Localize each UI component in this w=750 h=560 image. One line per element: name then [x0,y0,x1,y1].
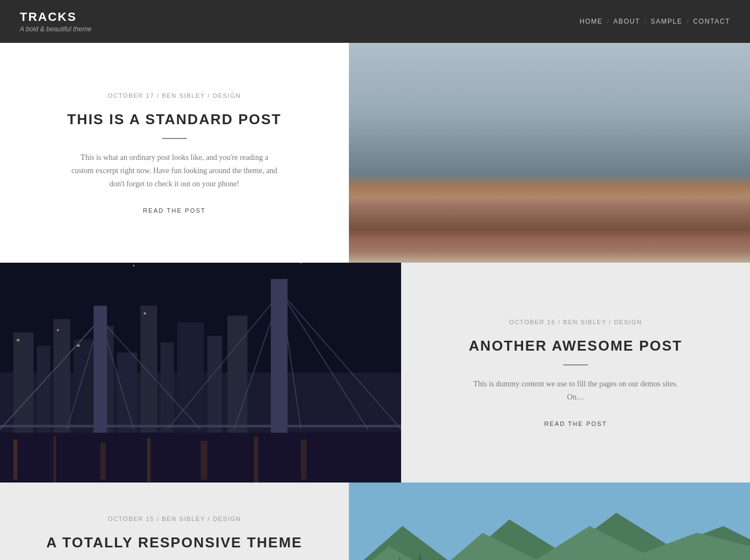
svg-rect-52 [144,313,146,315]
site-header: TRACKS A bold & beautiful theme HOME / A… [0,0,750,43]
post-card-1: OCTOBER 17 / BEN SIBLEY / DESIGN THIS IS… [0,43,750,263]
nav-home[interactable]: HOME [580,18,603,25]
svg-rect-5 [429,43,442,153]
post-card-2: OCTOBER 16 / BEN SIBLEY / DESIGN ANOTHER… [0,263,750,483]
post-image-logs [349,43,750,263]
svg-rect-3 [365,43,382,153]
svg-rect-29 [349,253,750,263]
site-tagline: A bold & beautiful theme [20,25,91,33]
nav-sep-1: / [607,18,609,26]
meta-sep-1a: / [157,92,162,99]
site-nav: HOME / ABOUT / SAMPLE / CONTACT [580,18,730,26]
svg-point-24 [478,187,501,209]
svg-rect-6 [449,43,476,156]
svg-rect-28 [349,226,750,263]
meta-sep-3b: / [208,515,213,522]
post-image-2 [0,263,401,483]
post-title-divider-2 [563,364,588,365]
svg-rect-16 [349,153,750,263]
post-title-divider-1 [162,138,187,139]
svg-rect-2 [349,43,369,166]
svg-rect-14 [713,43,734,153]
svg-point-18 [402,153,590,226]
meta-sep-3a: / [157,515,162,522]
post-category-3: DESIGN [213,515,241,522]
site-title: TRACKS [20,10,91,24]
post-image-3 [349,483,750,560]
post-card-3: OCTOBER 15 / BEN SIBLEY / DESIGN A TOTAL… [0,483,750,560]
svg-rect-49 [16,340,19,342]
meta-sep-1b: / [208,92,213,99]
svg-rect-64 [271,279,287,440]
svg-rect-1 [349,43,750,153]
post-content-1: OCTOBER 17 / BEN SIBLEY / DESIGN THIS IS… [0,43,349,263]
svg-point-20 [469,176,490,197]
svg-rect-11 [616,43,637,153]
post-image-1 [349,43,750,263]
svg-rect-0 [349,43,750,263]
post-date-3: OCTOBER 15 [108,515,154,522]
svg-rect-73 [0,433,401,483]
post-image-bridge [0,263,401,483]
post-meta-3: OCTOBER 15 / BEN SIBLEY / DESIGN [108,515,241,522]
svg-rect-8 [516,43,540,159]
nav-sep-2: / [645,18,646,26]
post-author-2: BEN SIBLEY [563,319,607,325]
svg-point-22 [510,174,532,196]
post-category-1: DESIGN [213,92,241,99]
post-image-railway [349,483,750,560]
post-category-2: DESIGN [614,319,642,325]
meta-sep-2a: / [558,319,563,325]
post-title-2: ANOTHER AWESOME POST [469,337,682,354]
post-author-1: BEN SIBLEY [162,92,205,99]
nav-about[interactable]: ABOUT [613,18,640,25]
svg-rect-13 [676,43,704,153]
post-content-3: OCTOBER 15 / BEN SIBLEY / DESIGN A TOTAL… [0,483,349,560]
post-author-3: BEN SIBLEY [162,515,205,522]
post-excerpt-1: This is what an ordinary post looks like… [70,151,279,190]
post-content-2: OCTOBER 16 / BEN SIBLEY / DESIGN ANOTHER… [401,263,750,483]
post-date-2: OCTOBER 16 [509,319,556,325]
svg-rect-63 [93,306,107,440]
svg-rect-15 [349,86,750,140]
nav-contact[interactable]: CONTACT [693,18,730,25]
post-excerpt-2: This is dummy content we use to fill the… [471,378,680,404]
site-branding: TRACKS A bold & beautiful theme [20,10,91,33]
svg-rect-50 [57,329,59,331]
post-meta-1: OCTOBER 17 / BEN SIBLEY / DESIGN [108,92,241,99]
svg-rect-12 [646,43,663,153]
svg-point-26 [523,180,548,206]
nav-sep-3: / [687,18,688,26]
post-meta-2: OCTOBER 16 / BEN SIBLEY / DESIGN [509,319,642,325]
read-more-2[interactable]: READ THE POST [544,420,607,427]
svg-point-23 [457,191,475,209]
nav-sample[interactable]: SAMPLE [651,18,682,25]
svg-point-33 [133,265,134,266]
svg-point-19 [444,178,468,202]
svg-rect-7 [482,43,501,153]
post-title-1: THIS IS A STANDARD POST [67,111,281,128]
svg-point-27 [432,188,453,209]
post-title-3: A TOTALLY RESPONSIVE THEME [46,534,302,551]
svg-point-25 [504,188,520,204]
svg-rect-10 [576,43,602,153]
read-more-1[interactable]: READ THE POST [143,207,205,214]
svg-point-17 [382,153,583,233]
svg-rect-4 [402,43,426,166]
post-date-1: OCTOBER 17 [108,92,154,99]
svg-point-21 [486,174,513,201]
svg-rect-9 [549,43,564,153]
